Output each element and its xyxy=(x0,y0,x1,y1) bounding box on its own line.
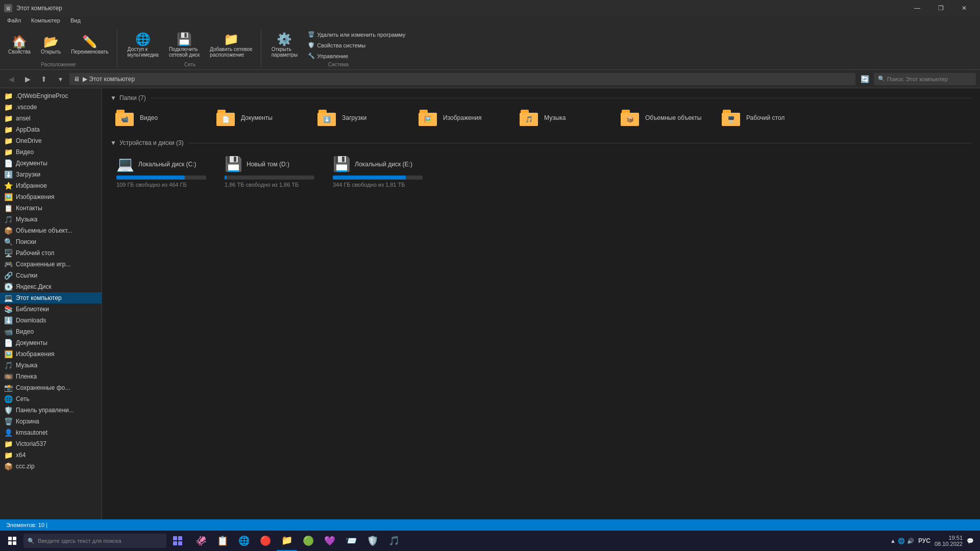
sidebar-item-15[interactable]: 🎮Сохраненные игр... xyxy=(0,259,102,270)
taskbar-volume-icon[interactable]: 🔊 xyxy=(907,538,914,544)
sidebar-item-11[interactable]: 🎵Музыка xyxy=(0,214,102,225)
ribbon-btn-open-settings[interactable]: ⚙️ Открытьпараметры xyxy=(267,31,302,60)
sidebar-icon-0: 📁 xyxy=(4,92,13,100)
sidebar-item-4[interactable]: 📁OneDrive xyxy=(0,135,102,146)
ribbon-btn-open[interactable]: 📂 Открыть xyxy=(37,34,65,57)
sidebar-item-27[interactable]: 🌐Сеть xyxy=(0,393,102,405)
folder-item-3[interactable]: 🖼️ Изображения xyxy=(413,107,510,129)
folders-chevron-icon: ▼ xyxy=(110,94,116,102)
folder-item-4[interactable]: 🎵 Музыка xyxy=(514,107,611,129)
sidebar-item-21[interactable]: 📹Видео xyxy=(0,326,102,337)
sidebar-item-14[interactable]: 🖥️Рабочий стол xyxy=(0,247,102,259)
sidebar-item-31[interactable]: 📁Victoria537 xyxy=(0,438,102,449)
drive-bar-fill-2 xyxy=(333,176,406,180)
nav-forward-button[interactable]: ▶ xyxy=(20,72,35,86)
taskbar-chevron-icon[interactable]: ▲ xyxy=(890,538,896,544)
ribbon-btn-manage[interactable]: 🔧 Управление xyxy=(304,51,409,61)
sidebar-label-5: Видео xyxy=(16,148,34,156)
sidebar-item-25[interactable]: 🎞️Пленка xyxy=(0,371,102,382)
folder-item-1[interactable]: 📄 Документы xyxy=(211,107,308,129)
sidebar-item-22[interactable]: 📄Документы xyxy=(0,337,102,348)
ribbon-btn-add-location[interactable]: 📁 Добавить сетевоерасположение xyxy=(206,31,257,60)
ribbon-btn-sys-props[interactable]: 🛡️ Свойства системы xyxy=(304,40,409,50)
refresh-button[interactable]: 🔄 xyxy=(857,72,872,86)
drive-item-0[interactable]: 💻 Локальный диск (C:) 109 ГБ свободно из… xyxy=(110,152,212,192)
taskbar-notification-icon[interactable]: 💬 xyxy=(967,538,974,544)
sidebar-item-10[interactable]: 📋Контакты xyxy=(0,203,102,214)
maximize-button[interactable]: ❐ xyxy=(929,0,952,16)
sidebar-item-1[interactable]: 📁.vscode xyxy=(0,102,102,113)
drive-item-1[interactable]: 💾 Новый том (D:) 1,86 ТБ свободно из 1,8… xyxy=(218,152,321,192)
sidebar-item-28[interactable]: 🛡️Панель управлени... xyxy=(0,405,102,416)
folder-item-5[interactable]: 📦 Объемные объекты xyxy=(616,107,713,129)
ribbon-btn-uninstall[interactable]: 🗑️ Удалить или изменить программу xyxy=(304,30,409,39)
ribbon-btn-multimedia[interactable]: 🌐 Доступ кмультимедиа xyxy=(124,31,163,60)
taskbar-search[interactable]: 🔍 Введите здесь текст для поиска xyxy=(23,534,166,548)
sidebar-item-26[interactable]: 📸Сохраненные фо... xyxy=(0,382,102,393)
taskbar-app-edge[interactable]: 🌐 xyxy=(234,531,254,551)
taskbar-app-task[interactable]: 📋 xyxy=(212,531,233,551)
folder-item-0[interactable]: 📹 Видео xyxy=(110,107,207,129)
drive-info-0: 109 ГБ свободно из 464 ГБ xyxy=(116,182,206,188)
sidebar-item-7[interactable]: ⬇️Загрузки xyxy=(0,169,102,180)
taskbar-app-mail[interactable]: 📨 xyxy=(341,531,361,551)
ribbon-content: 🏠 Свойства 📂 Открыть ✏️ Переименовать Ра… xyxy=(0,28,980,69)
ribbon-tab-view[interactable]: Вид xyxy=(65,16,86,28)
sidebar-item-13[interactable]: 🔍Поиски xyxy=(0,236,102,247)
taskbar-app-red[interactable]: 🔴 xyxy=(255,531,276,551)
sidebar-item-6[interactable]: 📄Документы xyxy=(0,158,102,169)
nav-recent-button[interactable]: ▾ xyxy=(53,72,67,86)
taskbar-app-octopus[interactable]: 🦑 xyxy=(191,531,211,551)
sidebar-item-9[interactable]: 🖼️Изображения xyxy=(0,191,102,203)
sidebar-label-11: Музыка xyxy=(16,216,37,223)
taskbar-clock[interactable]: 19:51 08.10.2022 xyxy=(935,535,963,547)
close-button[interactable]: ✕ xyxy=(952,0,976,16)
taskbar-app-explorer[interactable]: 📁 xyxy=(277,531,297,551)
sidebar-item-2[interactable]: 📁ansel xyxy=(0,113,102,124)
search-box[interactable]: 🔍 Поиск: Этот компьютер xyxy=(874,73,976,85)
drive-icon-0: 💻 xyxy=(116,156,134,172)
folder-item-6[interactable]: 🖥️ Рабочий стол xyxy=(717,107,814,129)
sidebar-item-24[interactable]: 🎵Музыка xyxy=(0,360,102,371)
sidebar-item-20[interactable]: ⬇️Downloads xyxy=(0,315,102,326)
sidebar-item-23[interactable]: 🖼️Изображения xyxy=(0,348,102,360)
main-area: 📁.QtWebEngineProc📁.vscode📁ansel📁AppData📁… xyxy=(0,88,980,519)
drive-bar-bg-0 xyxy=(116,176,206,180)
ribbon-tab-computer[interactable]: Компьютер xyxy=(26,16,65,28)
sidebar-item-17[interactable]: 💽Яндекс.Диск xyxy=(0,281,102,292)
sidebar-icon-29: 🗑️ xyxy=(4,417,13,425)
taskbar-app-shield[interactable]: 🛡️ xyxy=(362,531,383,551)
taskbar-app-green[interactable]: 🟢 xyxy=(298,531,318,551)
sidebar-item-18[interactable]: 💻Этот компьютер xyxy=(0,292,102,304)
ribbon-btn-rename[interactable]: ✏️ Переименовать xyxy=(67,34,112,57)
sidebar-item-19[interactable]: 📚Библиотеки xyxy=(0,304,102,315)
taskbar-app-multitask[interactable] xyxy=(167,531,188,551)
drives-grid: 💻 Локальный диск (C:) 109 ГБ свободно из… xyxy=(110,152,972,192)
sidebar-item-3[interactable]: 📁AppData xyxy=(0,124,102,135)
taskbar-app-music[interactable]: 🎵 xyxy=(384,531,404,551)
sidebar-item-5[interactable]: 📁Видео xyxy=(0,146,102,158)
nav-up-button[interactable]: ⬆ xyxy=(37,72,51,86)
sidebar-icon-32: 📁 xyxy=(4,451,13,459)
taskbar-network-icon[interactable]: 🌐 xyxy=(898,538,905,544)
language-indicator: РУС xyxy=(918,537,930,544)
folder-item-2[interactable]: ⬇️ Загрузки xyxy=(312,107,409,129)
sidebar-item-0[interactable]: 📁.QtWebEngineProc xyxy=(0,90,102,102)
address-path[interactable]: 🖥 ▶ Этот компьютер xyxy=(69,73,855,85)
sidebar-item-29[interactable]: 🗑️Корзина xyxy=(0,416,102,427)
drive-item-2[interactable]: 💾 Локальный диск (E:) 344 ГБ свободно из… xyxy=(327,152,429,192)
nav-back-button[interactable]: ◀ xyxy=(4,72,18,86)
sidebar-item-33[interactable]: 📦ccc.zip xyxy=(0,461,102,472)
ribbon-btn-connect-drive[interactable]: 💾 Подключитьсетевой диск xyxy=(165,31,204,60)
taskbar-app-discord[interactable]: 💜 xyxy=(320,531,340,551)
sidebar-item-30[interactable]: 👤kmsautonet xyxy=(0,427,102,438)
sidebar-item-12[interactable]: 📦Объемные объект... xyxy=(0,225,102,236)
sidebar-item-32[interactable]: 📁x64 xyxy=(0,449,102,461)
ribbon-tab-file[interactable]: Файл xyxy=(2,16,26,28)
sidebar-item-16[interactable]: 🔗Ссылки xyxy=(0,270,102,281)
svg-rect-6 xyxy=(173,541,177,545)
ribbon-btn-properties[interactable]: 🏠 Свойства xyxy=(4,34,35,57)
minimize-button[interactable]: — xyxy=(905,0,929,16)
sidebar-item-8[interactable]: ⭐Избранное xyxy=(0,180,102,191)
start-button[interactable] xyxy=(2,531,22,551)
